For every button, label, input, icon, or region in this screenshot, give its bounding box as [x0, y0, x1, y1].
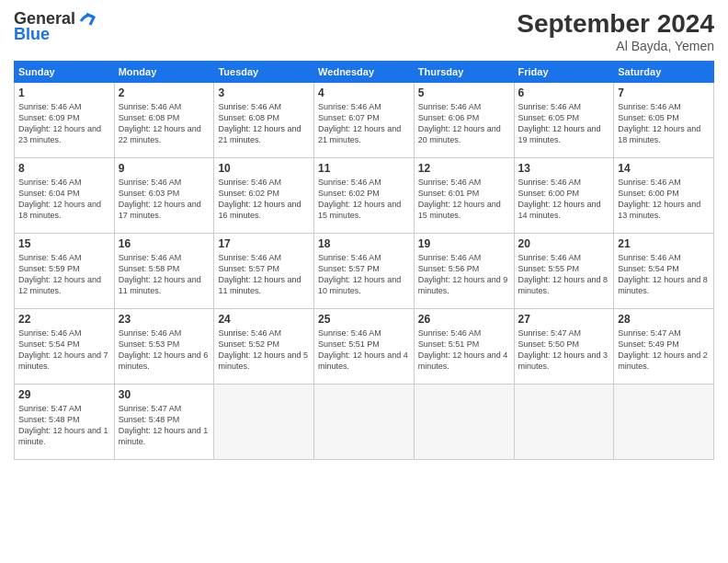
calendar-day-header: Friday [514, 62, 614, 83]
day-number: 3 [218, 86, 310, 99]
day-number: 24 [218, 313, 310, 326]
calendar-cell [614, 385, 714, 460]
location: Al Bayda, Yemen [517, 39, 714, 53]
calendar-cell: 20 Sunrise: 5:46 AM Sunset: 5:55 PM Dayl… [514, 234, 614, 309]
calendar-day-header: Wednesday [314, 62, 415, 83]
day-info: Sunrise: 5:46 AM Sunset: 6:03 PM Dayligh… [119, 177, 210, 222]
day-info: Sunrise: 5:46 AM Sunset: 6:05 PM Dayligh… [618, 101, 710, 146]
calendar-cell: 2 Sunrise: 5:46 AM Sunset: 6:08 PM Dayli… [114, 83, 214, 158]
calendar-cell: 27 Sunrise: 5:47 AM Sunset: 5:50 PM Dayl… [514, 309, 614, 385]
calendar-table: SundayMondayTuesdayWednesdayThursdayFrid… [14, 61, 714, 460]
day-number: 19 [418, 237, 510, 250]
day-info: Sunrise: 5:46 AM Sunset: 5:52 PM Dayligh… [218, 327, 310, 373]
calendar-cell: 13 Sunrise: 5:46 AM Sunset: 6:00 PM Dayl… [514, 158, 614, 234]
page: General Blue September 2024 Al Bayda, Ye… [0, 0, 728, 563]
day-number: 26 [418, 313, 510, 326]
day-info: Sunrise: 5:46 AM Sunset: 5:57 PM Dayligh… [218, 252, 310, 297]
logo-blue: Blue [14, 25, 50, 44]
calendar-cell: 8 Sunrise: 5:46 AM Sunset: 6:04 PM Dayli… [15, 158, 115, 234]
calendar-cell: 24 Sunrise: 5:46 AM Sunset: 5:52 PM Dayl… [214, 309, 314, 385]
day-number: 10 [218, 162, 310, 175]
day-info: Sunrise: 5:46 AM Sunset: 6:02 PM Dayligh… [218, 177, 310, 222]
calendar-cell: 10 Sunrise: 5:46 AM Sunset: 6:02 PM Dayl… [214, 158, 314, 234]
calendar-cell: 1 Sunrise: 5:46 AM Sunset: 6:09 PM Dayli… [15, 83, 115, 158]
calendar-cell: 30 Sunrise: 5:47 AM Sunset: 5:48 PM Dayl… [114, 385, 214, 460]
day-info: Sunrise: 5:46 AM Sunset: 5:58 PM Dayligh… [119, 252, 210, 297]
calendar-cell: 25 Sunrise: 5:46 AM Sunset: 5:51 PM Dayl… [314, 309, 415, 385]
day-number: 28 [618, 313, 710, 326]
calendar-cell: 15 Sunrise: 5:46 AM Sunset: 5:59 PM Dayl… [15, 234, 115, 309]
day-info: Sunrise: 5:46 AM Sunset: 6:04 PM Dayligh… [18, 177, 110, 222]
month-year: September 2024 [517, 9, 714, 39]
calendar-cell: 6 Sunrise: 5:46 AM Sunset: 6:05 PM Dayli… [514, 83, 614, 158]
day-number: 5 [418, 86, 510, 99]
calendar-cell: 14 Sunrise: 5:46 AM Sunset: 6:00 PM Dayl… [614, 158, 714, 234]
logo: General Blue [14, 9, 97, 44]
calendar-cell: 19 Sunrise: 5:46 AM Sunset: 5:56 PM Dayl… [414, 234, 514, 309]
day-info: Sunrise: 5:46 AM Sunset: 6:02 PM Dayligh… [318, 177, 410, 222]
calendar-day-header: Monday [114, 62, 214, 83]
day-info: Sunrise: 5:47 AM Sunset: 5:49 PM Dayligh… [618, 327, 710, 373]
day-info: Sunrise: 5:46 AM Sunset: 5:51 PM Dayligh… [418, 327, 510, 373]
day-info: Sunrise: 5:46 AM Sunset: 6:05 PM Dayligh… [518, 101, 610, 146]
day-number: 27 [518, 313, 610, 326]
day-number: 7 [618, 86, 710, 99]
day-info: Sunrise: 5:46 AM Sunset: 5:56 PM Dayligh… [418, 252, 510, 297]
day-number: 9 [119, 162, 210, 175]
day-number: 22 [18, 313, 110, 326]
calendar-day-header: Thursday [414, 62, 514, 83]
calendar-cell: 28 Sunrise: 5:47 AM Sunset: 5:49 PM Dayl… [614, 309, 714, 385]
day-number: 12 [418, 162, 510, 175]
day-number: 1 [18, 86, 110, 99]
day-info: Sunrise: 5:46 AM Sunset: 6:01 PM Dayligh… [418, 177, 510, 222]
day-info: Sunrise: 5:46 AM Sunset: 5:57 PM Dayligh… [318, 252, 410, 297]
calendar-cell: 7 Sunrise: 5:46 AM Sunset: 6:05 PM Dayli… [614, 83, 714, 158]
logo-icon [77, 8, 97, 29]
calendar-cell: 5 Sunrise: 5:46 AM Sunset: 6:06 PM Dayli… [414, 83, 514, 158]
calendar-cell: 21 Sunrise: 5:46 AM Sunset: 5:54 PM Dayl… [614, 234, 714, 309]
calendar-day-header: Sunday [15, 62, 115, 83]
calendar-cell: 29 Sunrise: 5:47 AM Sunset: 5:48 PM Dayl… [15, 385, 115, 460]
calendar-cell [514, 385, 614, 460]
day-info: Sunrise: 5:47 AM Sunset: 5:50 PM Dayligh… [518, 327, 610, 373]
day-info: Sunrise: 5:47 AM Sunset: 5:48 PM Dayligh… [119, 403, 210, 448]
day-number: 11 [318, 162, 410, 175]
day-info: Sunrise: 5:46 AM Sunset: 6:00 PM Dayligh… [618, 177, 710, 222]
calendar-cell: 16 Sunrise: 5:46 AM Sunset: 5:58 PM Dayl… [114, 234, 214, 309]
day-info: Sunrise: 5:46 AM Sunset: 5:54 PM Dayligh… [618, 252, 710, 297]
day-number: 29 [18, 388, 110, 401]
day-number: 15 [18, 237, 110, 250]
day-number: 25 [318, 313, 410, 326]
calendar-cell: 11 Sunrise: 5:46 AM Sunset: 6:02 PM Dayl… [314, 158, 415, 234]
calendar-cell: 12 Sunrise: 5:46 AM Sunset: 6:01 PM Dayl… [414, 158, 514, 234]
day-number: 30 [119, 388, 210, 401]
day-info: Sunrise: 5:46 AM Sunset: 5:51 PM Dayligh… [318, 327, 410, 373]
day-info: Sunrise: 5:46 AM Sunset: 6:09 PM Dayligh… [18, 101, 110, 146]
day-info: Sunrise: 5:46 AM Sunset: 6:07 PM Dayligh… [318, 101, 410, 146]
calendar-cell: 22 Sunrise: 5:46 AM Sunset: 5:54 PM Dayl… [15, 309, 115, 385]
calendar-cell: 23 Sunrise: 5:46 AM Sunset: 5:53 PM Dayl… [114, 309, 214, 385]
day-number: 4 [318, 86, 410, 99]
day-number: 6 [518, 86, 610, 99]
day-info: Sunrise: 5:46 AM Sunset: 6:06 PM Dayligh… [418, 101, 510, 146]
day-info: Sunrise: 5:46 AM Sunset: 5:59 PM Dayligh… [18, 252, 110, 297]
day-number: 8 [18, 162, 110, 175]
day-number: 23 [119, 313, 210, 326]
calendar-cell: 9 Sunrise: 5:46 AM Sunset: 6:03 PM Dayli… [114, 158, 214, 234]
calendar-header-row: SundayMondayTuesdayWednesdayThursdayFrid… [15, 62, 714, 83]
day-number: 17 [218, 237, 310, 250]
logo-block: General Blue [14, 9, 97, 44]
day-number: 14 [618, 162, 710, 175]
day-number: 13 [518, 162, 610, 175]
calendar-cell: 26 Sunrise: 5:46 AM Sunset: 5:51 PM Dayl… [414, 309, 514, 385]
day-number: 16 [119, 237, 210, 250]
day-number: 2 [119, 86, 210, 99]
calendar-cell: 18 Sunrise: 5:46 AM Sunset: 5:57 PM Dayl… [314, 234, 415, 309]
day-info: Sunrise: 5:47 AM Sunset: 5:48 PM Dayligh… [18, 403, 110, 448]
calendar-day-header: Tuesday [214, 62, 314, 83]
day-info: Sunrise: 5:46 AM Sunset: 5:55 PM Dayligh… [518, 252, 610, 297]
day-info: Sunrise: 5:46 AM Sunset: 6:08 PM Dayligh… [119, 101, 210, 146]
title-block: September 2024 Al Bayda, Yemen [517, 9, 714, 53]
calendar-cell: 17 Sunrise: 5:46 AM Sunset: 5:57 PM Dayl… [214, 234, 314, 309]
day-number: 18 [318, 237, 410, 250]
